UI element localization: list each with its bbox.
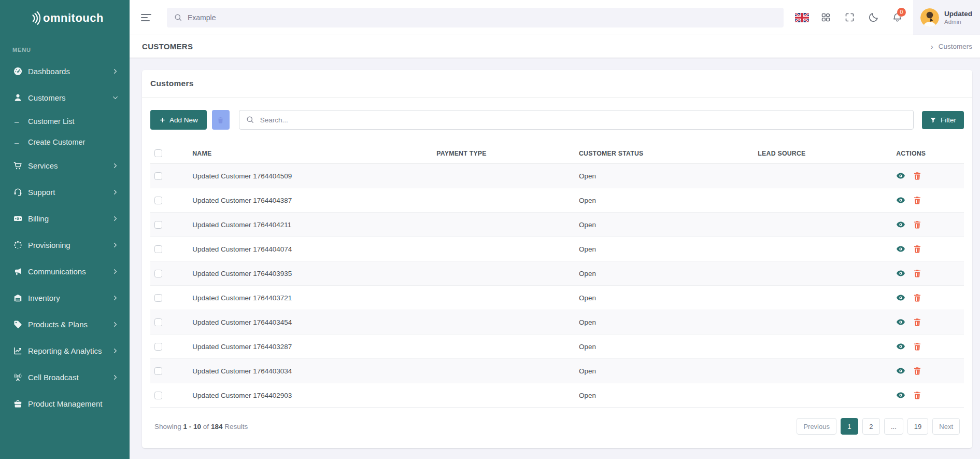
delete-button[interactable] <box>913 220 922 229</box>
view-button[interactable] <box>896 244 905 254</box>
row-checkbox[interactable] <box>154 172 162 180</box>
table-row: Updated Customer 1764403721Open <box>150 286 964 310</box>
filter-button[interactable]: Filter <box>922 111 964 129</box>
notifications-bell-icon[interactable]: 0 <box>885 6 909 30</box>
row-checkbox[interactable] <box>154 270 162 277</box>
cell-payment-type <box>432 335 575 359</box>
row-checkbox[interactable] <box>154 343 162 351</box>
table-row: Updated Customer 1764403454Open <box>150 310 964 335</box>
cell-name: Updated Customer 1764403454 <box>188 310 432 335</box>
add-new-button[interactable]: Add New <box>150 110 207 130</box>
trash-icon <box>913 171 922 180</box>
sidebar-item-label: Dashboards <box>28 67 70 76</box>
cell-customer-status: Open <box>575 383 754 408</box>
sidebar-item-services[interactable]: Services <box>0 152 130 179</box>
user-menu[interactable]: Updated Admin <box>913 0 980 35</box>
table-row: Updated Customer 1764404509Open <box>150 164 964 188</box>
chevron-right-icon <box>111 347 119 355</box>
sidebar-menu: DashboardsCustomers–Customer List–Create… <box>0 58 130 417</box>
row-checkbox[interactable] <box>154 294 162 302</box>
view-button[interactable] <box>896 196 905 205</box>
sidebar-item-cell-broadcast[interactable]: Cell Broadcast <box>0 364 130 391</box>
customers-card: Customers Add New <box>142 70 972 448</box>
row-checkbox[interactable] <box>154 392 162 399</box>
fullscreen-icon[interactable] <box>837 6 861 30</box>
eye-icon <box>896 269 905 278</box>
sidebar-item-reporting-analytics[interactable]: Reporting & Analytics <box>0 338 130 364</box>
pagination: Previous12...19Next <box>797 418 960 435</box>
page-title-bar: CUSTOMERS › Customers <box>130 35 980 58</box>
sidebar-item-products-plans[interactable]: Products & Plans <box>0 311 130 338</box>
sidebar-item-support[interactable]: Support <box>0 179 130 205</box>
cell-payment-type <box>432 237 575 261</box>
delete-button[interactable] <box>913 342 922 351</box>
bulk-delete-button[interactable] <box>212 110 230 130</box>
view-button[interactable] <box>896 391 905 400</box>
tags-icon <box>13 319 23 329</box>
chevron-right-icon <box>111 321 119 328</box>
breadcrumb-item-customers[interactable]: Customers <box>939 43 972 50</box>
sidebar-item-product-management[interactable]: Product Management <box>0 391 130 417</box>
row-checkbox[interactable] <box>154 367 162 375</box>
page-button-2[interactable]: 2 <box>862 418 880 435</box>
cell-lead-source <box>754 383 892 408</box>
view-button[interactable] <box>896 317 905 327</box>
row-checkbox[interactable] <box>154 245 162 253</box>
delete-button[interactable] <box>913 293 922 302</box>
page-button-previous[interactable]: Previous <box>797 418 836 435</box>
row-checkbox[interactable] <box>154 318 162 326</box>
grid-apps-icon[interactable] <box>814 6 837 30</box>
sidebar-subitem-customer-list[interactable]: –Customer List <box>0 111 130 132</box>
sidebar-item-dashboards[interactable]: Dashboards <box>0 58 130 85</box>
sidebar-item-label: Billing <box>28 214 49 223</box>
page-button-19[interactable]: 19 <box>907 418 928 435</box>
trash-icon <box>913 220 922 229</box>
table-search-input[interactable] <box>239 110 914 130</box>
topbar-icons: 0 Updated Admin <box>790 0 980 35</box>
view-button[interactable] <box>896 366 905 375</box>
cell-customer-status: Open <box>575 237 754 261</box>
sidebar-item-billing[interactable]: Billing <box>0 205 130 232</box>
sidebar-item-label: Cell Broadcast <box>28 373 79 382</box>
delete-button[interactable] <box>913 269 922 278</box>
cell-customer-status: Open <box>575 261 754 286</box>
view-button[interactable] <box>896 269 905 278</box>
delete-button[interactable] <box>913 391 922 400</box>
sidebar-item-communications[interactable]: Communications <box>0 258 130 285</box>
sidebar-item-label: Communications <box>28 267 86 276</box>
row-checkbox[interactable] <box>154 221 162 229</box>
view-button[interactable] <box>896 171 905 180</box>
sidebar-item-provisioning[interactable]: Provisioning <box>0 232 130 258</box>
customers-icon <box>13 93 23 103</box>
sidebar-subitem-create-customer[interactable]: –Create Customer <box>0 132 130 152</box>
delete-button[interactable] <box>913 317 922 327</box>
dark-mode-moon-icon[interactable] <box>861 6 885 30</box>
content: Customers Add New <box>130 58 980 459</box>
cell-customer-status: Open <box>575 213 754 237</box>
app-logo[interactable]: omnitouch <box>0 0 130 36</box>
view-button[interactable] <box>896 220 905 229</box>
select-all-checkbox[interactable] <box>154 149 162 157</box>
card-title: Customers <box>150 79 194 88</box>
eye-icon <box>896 220 905 229</box>
sidebar-item-inventory[interactable]: Inventory <box>0 285 130 311</box>
sidebar-item-customers[interactable]: Customers <box>0 85 130 111</box>
delete-button[interactable] <box>913 366 922 375</box>
eye-icon <box>896 391 905 400</box>
page-button-[interactable]: ... <box>884 418 903 435</box>
table-head: NAMEPAYMENT TYPECUSTOMER STATUSLEAD SOUR… <box>150 143 964 164</box>
view-button[interactable] <box>896 342 905 351</box>
hamburger-menu-icon[interactable] <box>136 6 160 30</box>
global-search-input[interactable] <box>167 8 784 27</box>
row-checkbox[interactable] <box>154 197 162 204</box>
logo-arcs-icon <box>26 9 44 27</box>
page-button-1[interactable]: 1 <box>841 418 858 435</box>
flag-uk-icon[interactable] <box>790 6 814 30</box>
user-role: Admin <box>944 19 972 25</box>
delete-button[interactable] <box>913 171 922 180</box>
delete-button[interactable] <box>913 196 922 205</box>
cell-lead-source <box>754 164 892 188</box>
delete-button[interactable] <box>913 244 922 254</box>
view-button[interactable] <box>896 293 905 302</box>
page-button-next[interactable]: Next <box>932 418 960 435</box>
